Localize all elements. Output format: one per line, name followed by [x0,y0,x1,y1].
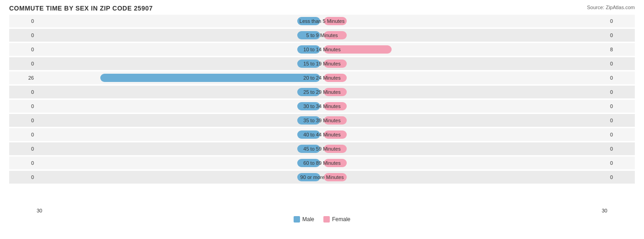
bar-female [324,88,347,96]
bar-male [297,102,320,110]
bar-male [297,17,320,25]
bar-male [100,74,320,82]
axis-right-label: 30 [602,208,607,213]
bar-male [297,130,320,139]
female-value: 0 [607,89,635,95]
male-value: 0 [9,103,37,109]
female-value: 0 [607,103,635,109]
legend-male-box [294,216,300,223]
bar-male [297,159,320,167]
table-row: 05 to 9 Minutes0 [9,29,635,42]
legend-female: Female [323,216,350,223]
table-row: 045 to 59 Minutes0 [9,142,635,155]
female-value: 0 [607,174,635,180]
female-value: 8 [607,47,635,52]
bar-female [324,102,347,110]
table-row: 035 to 39 Minutes0 [9,114,635,127]
bar-female [324,173,347,181]
bar-female [324,17,347,25]
female-value: 0 [607,33,635,38]
bars-center: 5 to 9 Minutes [37,29,607,42]
bars-center: 30 to 34 Minutes [37,100,607,113]
legend-female-box [323,216,330,223]
male-value: 0 [9,160,37,166]
chart-container: COMMUTE TIME BY SEX IN ZIP CODE 25907 So… [0,0,644,239]
chart-area: 0Less than 5 Minutes005 to 9 Minutes0010… [9,15,635,207]
bar-female [324,74,347,82]
bar-female [324,60,347,68]
female-value: 0 [607,118,635,123]
male-value: 0 [9,33,37,38]
table-row: 060 to 89 Minutes0 [9,157,635,169]
male-value: 0 [9,61,37,66]
bar-female [324,116,347,125]
axis-bottom: 30 30 [9,208,635,213]
bars-center: 40 to 44 Minutes [37,128,607,141]
legend-male: Male [294,216,314,223]
legend-female-label: Female [332,216,350,223]
bar-female [324,159,347,167]
male-value: 0 [9,47,37,52]
male-value: 0 [9,18,37,24]
source-label: Source: ZipAtlas.com [587,5,635,10]
bar-male [297,31,320,39]
bar-male [297,145,320,153]
bar-female [324,31,347,39]
bar-female [324,130,347,139]
male-value: 0 [9,146,37,152]
bar-female [324,145,347,153]
female-value: 0 [607,61,635,66]
table-row: 0Less than 5 Minutes0 [9,15,635,27]
bar-female [324,45,392,54]
table-row: 040 to 44 Minutes0 [9,128,635,141]
female-value: 0 [607,75,635,81]
male-value: 0 [9,89,37,95]
chart-title: COMMUTE TIME BY SEX IN ZIP CODE 25907 [9,5,635,12]
legend: Male Female [9,216,635,223]
table-row: 025 to 29 Minutes0 [9,86,635,98]
bar-male [297,60,320,68]
bar-male [297,173,320,181]
bar-male [297,116,320,125]
table-row: 010 to 14 Minutes8 [9,43,635,56]
female-value: 0 [607,160,635,166]
female-value: 0 [607,132,635,137]
male-value: 0 [9,118,37,123]
legend-male-label: Male [302,216,314,223]
bars-center: 45 to 59 Minutes [37,142,607,155]
male-value: 0 [9,132,37,137]
bars-center: 20 to 24 Minutes [37,71,607,84]
bars-center: 35 to 39 Minutes [37,114,607,127]
female-value: 0 [607,18,635,24]
male-value: 0 [9,174,37,180]
female-value: 0 [607,146,635,152]
table-row: 015 to 19 Minutes0 [9,57,635,70]
axis-left-label: 30 [37,208,42,213]
bars-center: 15 to 19 Minutes [37,57,607,70]
bars-center: 25 to 29 Minutes [37,86,607,98]
bars-center: 60 to 89 Minutes [37,157,607,169]
bars-center: 10 to 14 Minutes [37,43,607,56]
male-value: 26 [9,75,37,81]
bars-center: 90 or more Minutes [37,171,607,184]
table-row: 030 to 34 Minutes0 [9,100,635,113]
table-row: 2620 to 24 Minutes0 [9,71,635,84]
bar-male [297,88,320,96]
bars-center: Less than 5 Minutes [37,15,607,27]
bar-male [297,45,320,54]
table-row: 090 or more Minutes0 [9,171,635,184]
